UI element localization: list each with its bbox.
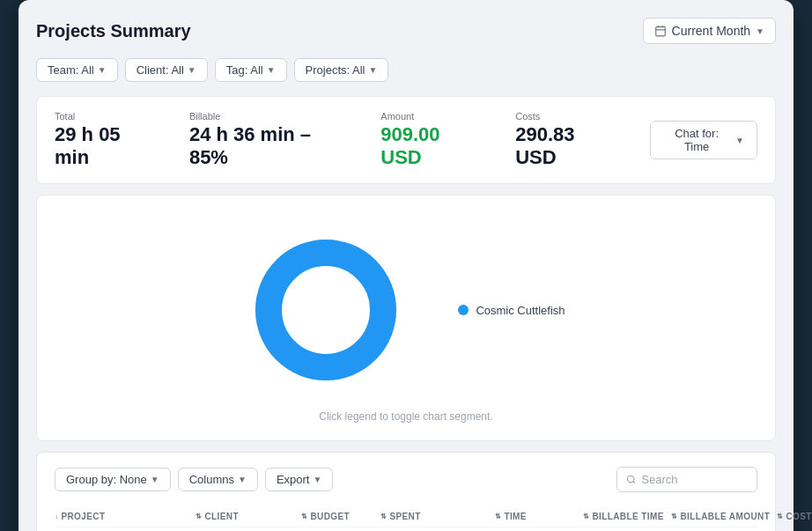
- costs-label: Costs: [515, 111, 615, 122]
- total-label: Total: [55, 111, 154, 122]
- costs-stat: Costs 290.83 USD: [515, 111, 615, 169]
- billable-value: 24 h 36 min – 85%: [189, 123, 345, 169]
- client-filter[interactable]: Client: All ▼: [125, 58, 208, 82]
- export-label: Export: [277, 473, 310, 486]
- svg-point-6: [627, 476, 634, 483]
- sort-icon: ↓: [55, 513, 58, 520]
- sort-icon: ⇅: [583, 513, 589, 520]
- th-client: ⇅ CLIENT: [196, 512, 301, 521]
- export-button[interactable]: Export ▼: [265, 468, 333, 491]
- donut-chart: [247, 231, 405, 389]
- legend-dot: [458, 305, 469, 315]
- chat-btn-label: Chat for: Time: [663, 127, 730, 153]
- svg-point-5: [269, 253, 383, 367]
- costs-value: 290.83 USD: [515, 123, 615, 169]
- group-by-button[interactable]: Group by: None ▼: [55, 468, 171, 491]
- calendar-icon: [654, 25, 667, 37]
- search-box: [616, 467, 757, 492]
- th-billable-time: ⇅ BILLABLE TIME: [583, 512, 671, 521]
- chevron-down-icon: ▼: [756, 26, 764, 36]
- amount-label: Amount: [380, 111, 480, 122]
- billable-stat: Billable 24 h 36 min – 85%: [189, 111, 345, 169]
- th-budget: ⇅ BUDGET: [301, 512, 380, 521]
- sort-icon: ⇅: [196, 513, 202, 520]
- donut-svg: [247, 231, 405, 389]
- chevron-down-icon: ▼: [369, 65, 378, 75]
- chevron-down-icon: ▼: [313, 475, 321, 484]
- chevron-down-icon: ▼: [267, 65, 276, 75]
- chart-section: Cosmic Cuttlefish Click legend to toggle…: [36, 195, 776, 441]
- search-icon: [626, 474, 636, 485]
- chevron-down-icon: ▼: [98, 65, 107, 75]
- summary-stats: Total 29 h 05 min Billable 24 h 36 min –…: [55, 111, 757, 169]
- page-title: Projects Summary: [36, 21, 191, 41]
- filters-bar: Team: All ▼ Client: All ▼ Tag: All ▼ Pro…: [36, 58, 776, 82]
- table-row: Cosmic Cuttlefish Xenial Xerus 1500 USD …: [55, 527, 757, 531]
- chart-legend: Cosmic Cuttlefish: [458, 304, 565, 317]
- legend-item[interactable]: Cosmic Cuttlefish: [458, 304, 565, 317]
- svg-rect-0: [655, 26, 665, 35]
- tag-filter[interactable]: Tag: All ▼: [215, 58, 287, 82]
- chevron-down-icon: ▼: [151, 475, 159, 484]
- columns-button[interactable]: Columns ▼: [178, 468, 258, 491]
- sort-icon: ⇅: [777, 513, 783, 520]
- date-filter-label: Current Month: [672, 24, 750, 38]
- group-by-label: Group by: None: [66, 473, 147, 486]
- team-filter[interactable]: Team: All ▼: [36, 58, 118, 82]
- billable-label: Billable: [189, 111, 345, 122]
- th-billable-amount: ⇅ BILLABLE AMOUNT: [671, 512, 777, 521]
- chart-area: Cosmic Cuttlefish: [55, 213, 757, 407]
- chevron-down-icon: ▼: [188, 65, 196, 75]
- legend-label: Cosmic Cuttlefish: [476, 304, 565, 317]
- summary-card: Total 29 h 05 min Billable 24 h 36 min –…: [36, 96, 776, 184]
- th-costs: ⇅ COSTS: [777, 512, 812, 521]
- date-filter-button[interactable]: Current Month ▼: [643, 18, 776, 44]
- projects-filter[interactable]: Projects: All ▼: [294, 58, 389, 82]
- total-value: 29 h 05 min: [55, 123, 154, 169]
- header: Projects Summary Current Month ▼: [36, 18, 776, 44]
- table-header: ↓ PROJECT ⇅ CLIENT ⇅ BUDGET ⇅ SPENT ⇅ TI…: [55, 506, 757, 527]
- columns-label: Columns: [189, 473, 234, 486]
- chat-button[interactable]: Chat for: Time ▼: [650, 121, 757, 159]
- sort-icon: ⇅: [495, 513, 501, 520]
- amount-stat: Amount 909.00 USD: [380, 111, 480, 169]
- th-spent: ⇅ SPENT: [380, 512, 495, 521]
- table-controls: Group by: None ▼ Columns ▼ Export ▼: [55, 467, 757, 492]
- total-stat: Total 29 h 05 min: [55, 111, 154, 169]
- sort-icon: ⇅: [301, 513, 307, 520]
- th-time: ⇅ TIME: [495, 512, 583, 521]
- chart-caption: Click legend to toggle chart segment.: [319, 410, 492, 423]
- chevron-down-icon: ▼: [735, 136, 744, 145]
- table-section: Group by: None ▼ Columns ▼ Export ▼ ↓: [36, 452, 776, 531]
- svg-line-7: [633, 482, 635, 483]
- app-window: Projects Summary Current Month ▼ Team: A…: [18, 0, 794, 531]
- search-input[interactable]: [641, 473, 748, 486]
- sort-icon: ⇅: [380, 513, 387, 520]
- th-project: ↓ PROJECT: [55, 512, 196, 521]
- sort-icon: ⇅: [671, 513, 677, 520]
- chevron-down-icon: ▼: [238, 475, 247, 484]
- amount-value: 909.00 USD: [380, 123, 480, 169]
